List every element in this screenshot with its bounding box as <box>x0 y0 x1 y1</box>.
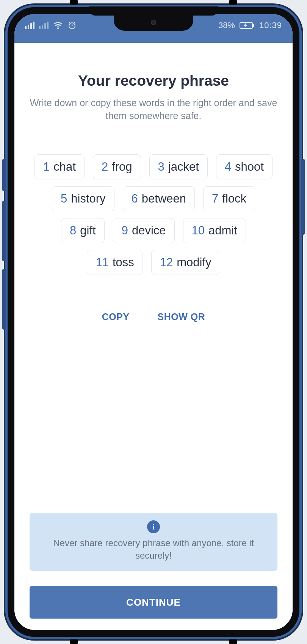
word-chip: 3jacket <box>149 154 208 179</box>
word-number: 7 <box>212 192 218 206</box>
show-qr-button[interactable]: SHOW QR <box>158 311 205 322</box>
word-chip: 10admit <box>183 218 246 243</box>
word-text: toss <box>113 256 134 269</box>
signal-sim2-icon <box>39 22 49 29</box>
frame-nub <box>229 0 237 5</box>
word-number: 3 <box>158 160 164 174</box>
word-chip: 8gift <box>61 218 105 243</box>
word-text: modify <box>177 256 211 269</box>
word-chip: 9device <box>113 218 175 243</box>
svg-rect-3 <box>253 24 254 27</box>
word-number: 12 <box>160 256 173 269</box>
word-chip: 2frog <box>93 154 141 179</box>
side-button <box>2 201 6 261</box>
page-subtitle: Write down or copy these words in the ri… <box>30 97 277 123</box>
word-number: 8 <box>70 224 76 237</box>
svg-point-0 <box>57 28 59 29</box>
word-text: admit <box>208 224 237 237</box>
word-text: gift <box>80 224 96 237</box>
word-number: 9 <box>122 224 128 237</box>
signal-sim1-icon <box>25 22 34 29</box>
word-text: jacket <box>168 160 199 174</box>
header-bar <box>14 37 293 43</box>
battery-charging-icon <box>240 22 255 29</box>
word-chip: 11toss <box>87 250 143 275</box>
frame-nub <box>70 0 78 5</box>
word-text: flock <box>222 192 246 206</box>
word-number: 4 <box>225 160 231 174</box>
word-chip: 6between <box>123 186 195 211</box>
page-content: Your recovery phrase Write down or copy … <box>14 43 293 630</box>
word-number: 11 <box>96 256 108 269</box>
phone-frame: 38% 10:39 Your recovery phrase Write dow… <box>8 7 299 637</box>
word-text: device <box>132 224 166 237</box>
camera-dot <box>151 20 156 25</box>
info-icon: i <box>147 520 160 533</box>
word-chip: 5history <box>52 186 114 211</box>
word-chip: 12modify <box>151 250 220 275</box>
battery-percent: 38% <box>218 20 235 30</box>
status-time: 10:39 <box>259 20 282 30</box>
word-chip: 7flock <box>203 186 255 211</box>
wifi-icon <box>53 22 63 29</box>
word-number: 1 <box>43 160 50 174</box>
phone-screen: 38% 10:39 Your recovery phrase Write dow… <box>14 14 293 630</box>
side-button <box>301 159 305 235</box>
side-button <box>2 159 6 191</box>
security-note: i Never share recovery phrase with anyon… <box>30 513 277 571</box>
continue-button[interactable]: CONTINUE <box>30 586 277 619</box>
display-notch <box>114 14 193 31</box>
word-number: 6 <box>132 192 138 206</box>
alarm-icon <box>67 21 77 30</box>
security-note-text: Never share recovery phrase with anyone,… <box>38 537 269 562</box>
word-text: frog <box>112 160 132 174</box>
word-text: chat <box>53 160 76 174</box>
word-number: 2 <box>102 160 108 174</box>
copy-button[interactable]: COPY <box>102 311 130 322</box>
word-number: 10 <box>192 224 205 237</box>
frame-nub <box>229 639 237 644</box>
side-button <box>2 269 6 330</box>
page-title: Your recovery phrase <box>30 72 277 89</box>
word-text: shoot <box>235 160 264 174</box>
word-chip: 1chat <box>34 154 85 179</box>
word-text: history <box>71 192 105 206</box>
recovery-words: 1chat 2frog 3jacket 4shoot 5history 6bet… <box>30 154 277 275</box>
text-actions: COPY SHOW QR <box>30 311 277 322</box>
word-text: between <box>142 192 186 206</box>
word-chip: 4shoot <box>216 154 273 179</box>
word-number: 5 <box>61 192 67 206</box>
frame-nub <box>70 639 78 644</box>
